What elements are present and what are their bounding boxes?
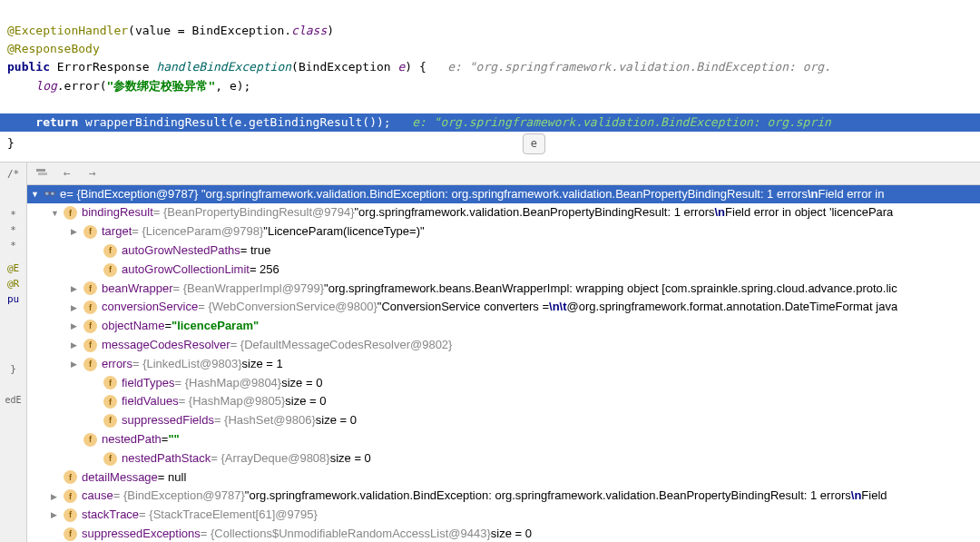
field-icon: f	[83, 225, 97, 239]
annotation: @ResponseBody	[7, 42, 100, 55]
field-icon: f	[83, 301, 97, 314]
tree-node[interactable]: f fieldValues = {HashMap@9805} size = 0	[27, 392, 980, 411]
field-icon: f	[64, 527, 77, 541]
watch-icon: 👓	[44, 186, 56, 202]
tree-node[interactable]: ▶ f conversionService = {WebConversionSe…	[27, 298, 980, 317]
gutter-sliver: /* * * * @E @R pu } edE	[0, 163, 27, 542]
annotation: @ExceptionHandler	[7, 24, 128, 37]
tree-node[interactable]: ▶ f errors = {LinkedList@9803} size = 1	[27, 355, 980, 374]
tree-node[interactable]: ▼ f bindingResult = {BeanPropertyBinding…	[27, 203, 980, 222]
expand-arrow-icon[interactable]: ▶	[71, 339, 82, 351]
field-icon: f	[83, 358, 97, 371]
tree-node[interactable]: ▶ f messageCodesResolver = {DefaultMessa…	[27, 336, 980, 355]
tree-node[interactable]: ▶ f objectName = "licenceParam"	[27, 317, 980, 336]
expand-arrow-icon[interactable]: ▶	[71, 225, 82, 238]
field-icon: f	[103, 395, 117, 409]
tree-root[interactable]: ▼ 👓 e = {BindException@9787} "org.spring…	[27, 185, 980, 204]
collapse-arrow-icon[interactable]: ▼	[51, 207, 62, 220]
selected-line[interactable]: return wrapperBindingResult(e.getBinding…	[0, 113, 980, 132]
evaluate-popup[interactable]: e	[523, 133, 545, 154]
field-icon: f	[103, 376, 117, 389]
inline-hint: e: "org.springframework.validation.BindE…	[447, 60, 831, 74]
tree-node[interactable]: f suppressedExceptions = {Collections$Un…	[27, 525, 980, 542]
svg-rect-0	[36, 169, 45, 172]
tree-node[interactable]: ▶ f cause = {BindException@9787} "org.sp…	[27, 487, 980, 506]
collapse-arrow-icon[interactable]: ▼	[31, 188, 42, 201]
field-icon: f	[64, 470, 77, 484]
expand-arrow-icon[interactable]: ▶	[51, 508, 62, 521]
expand-arrow-icon[interactable]: ▶	[71, 358, 82, 370]
expand-arrow-icon[interactable]: ▶	[71, 301, 82, 314]
tree-node[interactable]: ▶ f beanWrapper = {BeanWrapperImpl@9799}…	[27, 280, 980, 299]
tree-node[interactable]: f nestedPath = ""	[27, 430, 980, 449]
tree-node[interactable]: f detailMessage = null	[27, 468, 980, 488]
expand-arrow-icon[interactable]: ▶	[71, 320, 82, 332]
field-icon: f	[64, 206, 77, 220]
code-editor[interactable]: @ExceptionHandler(value = BindException.…	[0, 0, 980, 158]
field-icon: f	[83, 320, 97, 333]
expand-arrow-icon[interactable]: ▶	[51, 490, 62, 503]
field-icon: f	[103, 414, 117, 428]
field-icon: f	[83, 433, 97, 447]
tree-node[interactable]: f autoGrowCollectionLimit = 256	[27, 261, 980, 280]
field-icon: f	[83, 281, 97, 295]
tree-node[interactable]: ▶ f stackTrace = {StackTraceElement[61]@…	[27, 506, 980, 525]
debugger-pane: /* * * * @E @R pu } edE ← → ▼ 👓 e = {Bin…	[0, 163, 980, 542]
tree-node[interactable]: ▶ f target = {LicenceParam@9798} "Licenc…	[27, 222, 980, 241]
forward-arrow-icon[interactable]: →	[85, 166, 100, 181]
field-icon: f	[64, 489, 77, 503]
debug-toolbar: ← →	[27, 163, 980, 185]
field-icon: f	[103, 244, 117, 258]
tree-node[interactable]: f suppressedFields = {HashSet@9806} size…	[27, 411, 980, 430]
svg-rect-1	[38, 172, 47, 175]
field-icon: f	[83, 339, 97, 352]
tree-node[interactable]: f fieldTypes = {HashMap@9804} size = 0	[27, 374, 980, 393]
field-icon: f	[103, 452, 117, 466]
field-icon: f	[103, 263, 117, 277]
back-arrow-icon[interactable]: ←	[60, 166, 74, 181]
stack-icon[interactable]	[34, 166, 49, 181]
field-icon: f	[64, 508, 77, 522]
variables-tree[interactable]: ▼ 👓 e = {BindException@9787} "org.spring…	[27, 185, 980, 542]
tree-node[interactable]: f nestedPathStack = {ArrayDeque@9808} si…	[27, 449, 980, 468]
expand-arrow-icon[interactable]: ▶	[71, 282, 82, 295]
tree-node[interactable]: f autoGrowNestedPaths = true	[27, 241, 980, 261]
